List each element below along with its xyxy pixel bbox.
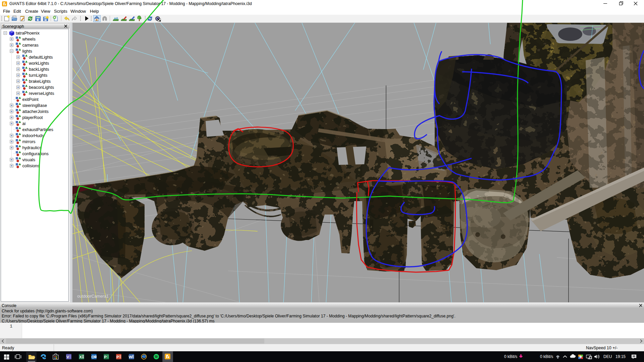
svg-text:ai: ai (22, 121, 26, 126)
svg-text:defaultLights: defaultLights (29, 55, 53, 60)
svg-text:tatraPhoenix: tatraPhoenix (16, 31, 40, 36)
svg-text:mirrors: mirrors (22, 139, 36, 144)
svg-text:brakeLights: brakeLights (29, 79, 51, 84)
svg-text:cameras: cameras (22, 43, 39, 48)
svg-text:configurations: configurations (22, 152, 49, 156)
svg-text:hydraulics: hydraulics (22, 145, 42, 150)
svg-text:19:15: 19:15 (615, 354, 626, 359)
svg-text:0 kBit/s: 0 kBit/s (540, 354, 553, 359)
svg-text:X: X (79, 355, 82, 359)
svg-text:V: V (66, 355, 69, 359)
svg-text:attacherJoints: attacherJoints (22, 109, 49, 114)
svg-text:collisions: collisions (22, 164, 40, 168)
svg-text:W: W (129, 355, 132, 359)
svg-text:lights: lights (22, 49, 32, 54)
svg-text:workLights: workLights (29, 61, 49, 66)
svg-text:visuals: visuals (22, 158, 36, 162)
svg-text:P: P (104, 355, 107, 359)
svg-text:turnLights: turnLights (29, 73, 47, 78)
svg-text:outdoorCamera1: outdoorCamera1 (77, 294, 109, 299)
svg-text:P: P (116, 355, 119, 359)
svg-text:beaconLights: beaconLights (29, 85, 54, 90)
svg-text:reverseLights: reverseLights (29, 91, 54, 96)
svg-text:wheels: wheels (22, 37, 36, 42)
svg-text:steeringBase: steeringBase (22, 103, 47, 108)
svg-text:playerRoot: playerRoot (22, 115, 43, 120)
svg-text:indoorHuds: indoorHuds (22, 133, 44, 138)
svg-text:0 kBit/s: 0 kBit/s (504, 354, 517, 359)
svg-text:backLights: backLights (29, 67, 49, 72)
svg-text:exhaustParticles: exhaustParticles (22, 127, 53, 132)
svg-text:exitPoint: exitPoint (22, 97, 39, 102)
svg-text:O: O (92, 355, 95, 359)
svg-text:DEU: DEU (603, 354, 612, 359)
